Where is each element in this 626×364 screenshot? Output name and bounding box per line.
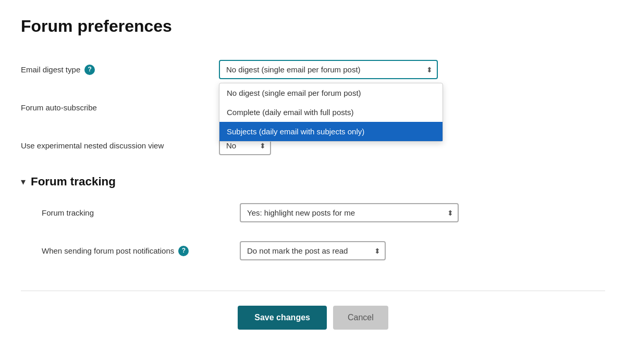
forum-tracking-subsection: Forum tracking No tracking Yes: highligh…	[21, 194, 605, 270]
save-button[interactable]: Save changes	[238, 306, 327, 330]
nested-view-label: Use experimental nested discussion view	[21, 140, 219, 151]
forum-preferences-section: Email digest type ? No digest (single em…	[21, 51, 605, 165]
email-digest-select[interactable]: No digest (single email per forum post) …	[219, 60, 438, 79]
forum-tracking-select[interactable]: No tracking Yes: highlight new posts for…	[240, 203, 459, 222]
sending-notifications-label-text: When sending forum post notifications	[42, 245, 174, 256]
forum-tracking-title: Forum tracking	[31, 175, 116, 189]
email-digest-row: Email digest type ? No digest (single em…	[21, 51, 605, 89]
dropdown-item-complete[interactable]: Complete (daily email with full posts)	[219, 103, 443, 122]
email-digest-control: No digest (single email per forum post) …	[219, 60, 438, 79]
chevron-down-icon[interactable]: ▾	[21, 176, 26, 187]
forum-auto-subscribe-label: Forum auto-subscribe	[21, 102, 219, 113]
sending-notifications-select[interactable]: Do not mark the post as read Mark the po…	[240, 241, 386, 260]
email-digest-dropdown: No digest (single email per forum post) …	[219, 83, 443, 142]
forum-tracking-section: ▾ Forum tracking Forum tracking No track…	[21, 175, 605, 270]
nested-view-label-text: Use experimental nested discussion view	[21, 140, 164, 151]
email-digest-select-wrapper: No digest (single email per forum post) …	[219, 60, 438, 79]
email-digest-label: Email digest type ?	[21, 64, 219, 75]
cancel-button[interactable]: Cancel	[333, 306, 388, 330]
sending-notifications-control: Do not mark the post as read Mark the po…	[240, 241, 386, 260]
forum-tracking-control: No tracking Yes: highlight new posts for…	[240, 203, 459, 222]
email-digest-label-text: Email digest type	[21, 64, 80, 75]
button-row: Save changes Cancel	[21, 291, 605, 330]
forum-tracking-label-text: Forum tracking	[42, 207, 94, 218]
sending-notifications-row: When sending forum post notifications ? …	[42, 232, 605, 270]
forum-tracking-label: Forum tracking	[42, 207, 240, 218]
dropdown-item-subjects[interactable]: Subjects (daily email with subjects only…	[219, 122, 443, 141]
email-digest-help-icon[interactable]: ?	[84, 65, 95, 75]
forum-tracking-select-wrapper: No tracking Yes: highlight new posts for…	[240, 203, 459, 222]
sending-notifications-label: When sending forum post notifications ?	[42, 245, 240, 256]
dropdown-item-no-digest[interactable]: No digest (single email per forum post)	[219, 83, 443, 103]
page-title: Forum preferences	[21, 17, 605, 36]
forum-tracking-header: ▾ Forum tracking	[21, 175, 605, 189]
forum-tracking-row: Forum tracking No tracking Yes: highligh…	[42, 194, 605, 232]
sending-notifications-help-icon[interactable]: ?	[178, 246, 189, 256]
sending-notifications-select-wrapper: Do not mark the post as read Mark the po…	[240, 241, 386, 260]
forum-auto-subscribe-label-text: Forum auto-subscribe	[21, 102, 97, 113]
